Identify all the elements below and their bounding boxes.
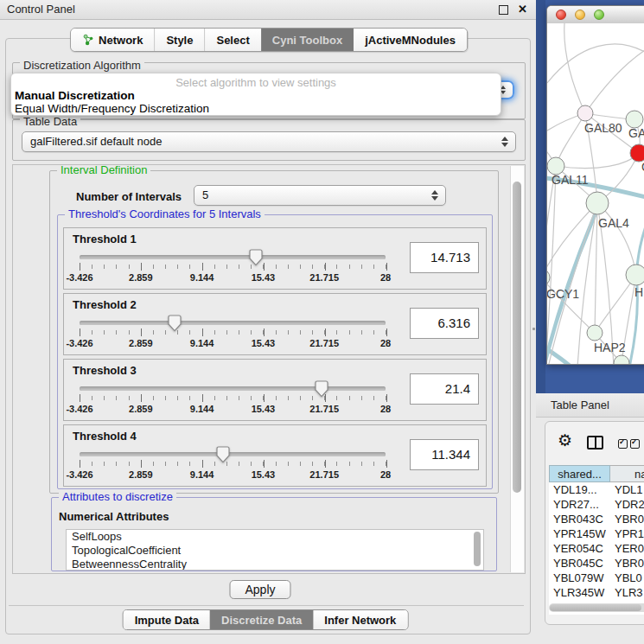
table-row[interactable]: YBR043CYBR0: [549, 512, 644, 526]
tick-label: 2.859: [115, 338, 167, 348]
threshold-slider[interactable]: -3.4262.8599.14415.4321.71528: [80, 446, 386, 484]
threshold-value-field[interactable]: 6.316: [410, 308, 479, 339]
split-column-icon[interactable]: [587, 436, 603, 450]
combo-arrows-icon: [501, 137, 508, 147]
network-window-titlebar[interactable]: [547, 6, 644, 24]
attribute-item-betweennesscentrality[interactable]: BetweennessCentrality: [67, 558, 483, 571]
table-row[interactable]: YER054CYER0: [549, 541, 644, 556]
group-title: Interval Definition: [57, 164, 150, 176]
network-node-gcy1[interactable]: [547, 269, 550, 286]
interval-definition-group: Interval Definition Number of Intervals …: [49, 170, 499, 494]
close-light-button[interactable]: [556, 10, 566, 20]
network-node-gal4[interactable]: [586, 192, 609, 214]
tab-impute-data[interactable]: Impute Data: [124, 610, 210, 629]
panel-divider: [9, 605, 524, 606]
table-row[interactable]: YLR345WYLR3: [549, 585, 644, 600]
close-icon[interactable]: ✕: [518, 2, 527, 17]
group-title: Threshold's Coordinates for 5 Intervals: [65, 207, 265, 220]
popup-item-manual-discretization[interactable]: Manual Discretization: [15, 89, 497, 102]
table-row[interactable]: YPR145WYPR1: [549, 526, 644, 541]
tab-label: Network: [99, 34, 143, 47]
slider-track[interactable]: [80, 321, 386, 325]
tick-labels: -3.4262.8599.14415.4321.71528: [80, 404, 386, 416]
vertical-scrollbar-thumb[interactable]: [513, 182, 521, 493]
list-scrollbar[interactable]: [474, 532, 481, 566]
node-label: GAL80: [584, 121, 622, 135]
column-header-1[interactable]: shared...: [549, 465, 610, 482]
zoom-light-button[interactable]: [594, 10, 604, 20]
tick-label: 2.859: [115, 404, 167, 414]
network-node-gal11[interactable]: [547, 157, 564, 175]
minimize-light-button[interactable]: [575, 10, 585, 20]
threshold-slider[interactable]: -3.4262.8599.14415.4321.71528: [80, 380, 386, 418]
table-data-combo[interactable]: galFiltered.sif default node: [22, 131, 516, 152]
threshold-value-field[interactable]: 21.4: [410, 373, 479, 405]
slider-track[interactable]: [80, 386, 386, 391]
checkbox-icon[interactable]: [630, 439, 640, 449]
vertical-scrollbar[interactable]: [510, 166, 524, 572]
network-canvas[interactable]: GAL80GACGAL11GAL4GCY1HHAP2: [547, 23, 644, 364]
apply-button[interactable]: Apply: [229, 580, 290, 599]
group-title: Attributes to discretize: [59, 490, 176, 503]
network-view-window[interactable]: GAL80GACGAL11GAL4GCY1HHAP2: [546, 5, 644, 365]
network-node-h[interactable]: [626, 265, 644, 285]
slider-track[interactable]: [80, 452, 386, 456]
group-title: Table Data: [20, 115, 80, 128]
tick-label: 28: [360, 469, 411, 480]
table-row[interactable]: YBR045CYBR0: [549, 556, 644, 571]
checkbox-icon[interactable]: [618, 439, 628, 449]
threshold-value-field[interactable]: 14.713: [410, 242, 479, 273]
threshold-slider[interactable]: -3.4262.8599.14415.4321.71528: [80, 249, 386, 287]
network-node-ga[interactable]: [626, 111, 643, 128]
slider-thumb[interactable]: [315, 380, 328, 398]
network-node-hap2[interactable]: [587, 325, 603, 341]
table-cell: YDR27...: [549, 497, 610, 512]
network-node-gal80[interactable]: [577, 105, 593, 121]
table-row[interactable]: YDL19...YDL1: [549, 482, 644, 497]
float-icon[interactable]: [499, 5, 508, 15]
split-pane-handle[interactable]: [532, 328, 535, 330]
threshold-value-field[interactable]: 11.344: [410, 439, 479, 470]
number-of-intervals-combo[interactable]: 5: [194, 185, 446, 206]
table-row[interactable]: YBL079WYBL0: [549, 571, 644, 585]
attribute-item-selfloops[interactable]: SelfLoops: [67, 530, 483, 544]
tick-label: 9.144: [176, 272, 228, 283]
tick-label: 9.144: [176, 404, 228, 414]
tab-infer-network[interactable]: Infer Network: [313, 610, 407, 629]
slider-thumb[interactable]: [249, 249, 263, 266]
tab-select[interactable]: Select: [204, 29, 260, 51]
tick-label: -3.426: [54, 469, 105, 480]
table-horizontal-scrollbar-thumb[interactable]: [550, 604, 641, 611]
table-data-combo-value: galFiltered.sif default node: [30, 135, 162, 148]
tab-cyni-toolbox[interactable]: Cyni Toolbox: [261, 29, 354, 51]
slider-track[interactable]: [80, 255, 386, 259]
node-label: GA: [628, 126, 644, 140]
attribute-item-topologicalcoefficient[interactable]: TopologicalCoefficient: [67, 544, 483, 558]
table-row[interactable]: YDR27...YDR2: [549, 497, 644, 512]
tab-style[interactable]: Style: [154, 29, 204, 51]
threshold-slider[interactable]: -3.4262.8599.14415.4321.71528: [80, 315, 386, 353]
major-tick: [325, 460, 326, 468]
tick-label: 21.715: [298, 338, 350, 348]
tick-label: 9.144: [176, 338, 228, 348]
table-horizontal-scrollbar[interactable]: [549, 603, 644, 612]
tab-discretize-data[interactable]: Discretize Data: [210, 610, 313, 629]
major-tick: [325, 328, 326, 336]
table-cell: YDL19...: [549, 482, 610, 497]
network-nodes[interactable]: [547, 105, 644, 364]
table-cell: YBL079W: [549, 571, 610, 585]
gear-icon[interactable]: ⚙: [558, 432, 572, 450]
tick-label: 9.144: [176, 469, 228, 480]
column-header-2[interactable]: na: [610, 465, 644, 482]
table-cell: YER054C: [549, 541, 610, 556]
tab-jactivemnodules[interactable]: jActiveMNodules: [354, 29, 467, 51]
popup-item-equal-width-frequency-discretization[interactable]: Equal Width/Frequency Discretization: [15, 102, 497, 115]
table-cell: YLR3: [610, 585, 644, 600]
major-tick: [386, 328, 387, 336]
slider-thumb[interactable]: [168, 315, 182, 332]
slider-thumb[interactable]: [216, 446, 230, 463]
network-node-c[interactable]: [630, 144, 644, 162]
tick-label: 15.43: [237, 338, 289, 348]
tab-network[interactable]: Network: [71, 29, 154, 51]
major-tick: [141, 328, 142, 336]
